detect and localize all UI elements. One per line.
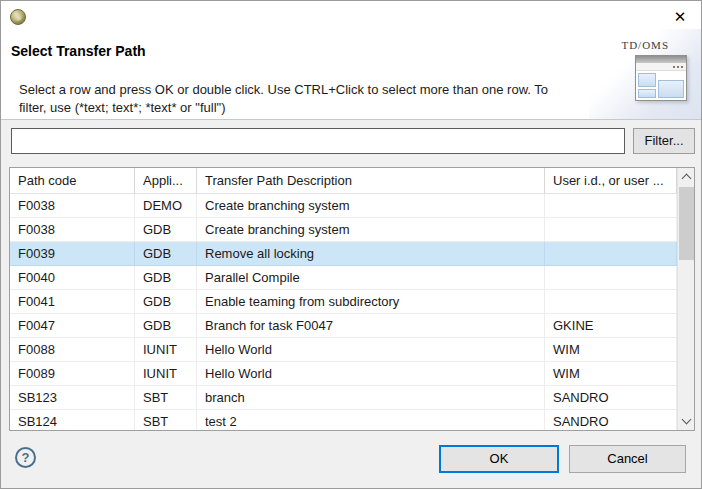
cell-user: WIM xyxy=(545,362,677,386)
column-header-path-code[interactable]: Path code xyxy=(10,168,135,194)
cell-description: branch xyxy=(197,386,545,410)
cell-user xyxy=(545,218,677,242)
cell-path-code: F0047 xyxy=(10,314,135,338)
column-header-application[interactable]: Appli... xyxy=(135,168,197,194)
cell-path-code: F0038 xyxy=(10,218,135,242)
cell-description: Hello World xyxy=(197,362,545,386)
cell-description: Create branching system xyxy=(197,194,545,218)
cell-user: SANDRO xyxy=(545,386,677,410)
help-button[interactable]: ? xyxy=(15,447,36,468)
tdoms-logo: TD/OMS xyxy=(589,29,701,119)
transfer-path-table: Path code Appli... Transfer Path Descrip… xyxy=(9,167,695,431)
cancel-button[interactable]: Cancel xyxy=(569,445,686,473)
cell-path-code: F0040 xyxy=(10,266,135,290)
cell-description: Parallel Compile xyxy=(197,266,545,290)
cell-application: GDB xyxy=(135,314,197,338)
cell-user xyxy=(545,194,677,218)
table-row[interactable]: F0041 GDB Enable teaming from subdirecto… xyxy=(10,290,694,314)
table-body: F0038 DEMO Create branching system F0038… xyxy=(10,194,694,431)
tdoms-window-illustration-icon xyxy=(635,55,687,101)
cell-application: SBT xyxy=(135,410,197,431)
dialog-description: Select a row and press OK or double clic… xyxy=(19,81,609,117)
cell-description: Remove all locking xyxy=(197,242,545,266)
page-title: Select Transfer Path xyxy=(11,43,146,59)
cell-user: SANDRO xyxy=(545,410,677,431)
tdoms-logo-text: TD/OMS xyxy=(621,39,669,51)
table-row[interactable]: F0038 DEMO Create branching system xyxy=(10,194,694,218)
cell-description: Enable teaming from subdirectory xyxy=(197,290,545,314)
table-row[interactable]: SB123 SBT branch SANDRO xyxy=(10,386,694,410)
cell-user: GKINE xyxy=(545,314,677,338)
cell-path-code: F0088 xyxy=(10,338,135,362)
cell-description: test 2 xyxy=(197,410,545,431)
filter-input[interactable] xyxy=(11,128,625,154)
table-row[interactable]: F0038 GDB Create branching system xyxy=(10,218,694,242)
table-row[interactable]: SB124 SBT test 2 SANDRO xyxy=(10,410,694,431)
cell-description: Hello World xyxy=(197,338,545,362)
chevron-up-icon xyxy=(682,174,692,184)
cell-application: IUNIT xyxy=(135,338,197,362)
select-transfer-path-dialog: ✕ Select Transfer Path Select a row and … xyxy=(0,0,702,489)
table-row[interactable]: F0089 IUNIT Hello World WIM xyxy=(10,362,694,386)
cell-description: Create branching system xyxy=(197,218,545,242)
vertical-scrollbar[interactable] xyxy=(677,168,694,430)
scroll-down-button[interactable] xyxy=(678,413,695,430)
filter-button[interactable]: Filter... xyxy=(633,128,695,154)
cell-path-code: SB124 xyxy=(10,410,135,431)
cell-application: SBT xyxy=(135,386,197,410)
column-header-user[interactable]: User i.d., or user ... xyxy=(545,168,677,194)
cell-path-code: F0041 xyxy=(10,290,135,314)
scroll-up-button[interactable] xyxy=(678,168,695,185)
cell-path-code: F0039 xyxy=(10,242,135,266)
cell-description: Branch for task F0047 xyxy=(197,314,545,338)
description-line-1: Select a row and press OK or double clic… xyxy=(19,81,609,99)
close-button[interactable]: ✕ xyxy=(663,5,697,29)
column-header-description[interactable]: Transfer Path Description xyxy=(197,168,545,194)
cell-path-code: F0038 xyxy=(10,194,135,218)
chevron-down-icon xyxy=(682,415,692,425)
cell-user xyxy=(545,242,677,266)
cell-application: GDB xyxy=(135,218,197,242)
cell-application: GDB xyxy=(135,242,197,266)
description-line-2: filter, use (*text; text*; *text* or "fu… xyxy=(19,99,609,117)
table-header-row: Path code Appli... Transfer Path Descrip… xyxy=(10,168,694,194)
cell-path-code: F0089 xyxy=(10,362,135,386)
cell-user xyxy=(545,290,677,314)
table-row[interactable]: F0040 GDB Parallel Compile xyxy=(10,266,694,290)
tdoms-app-icon xyxy=(10,9,26,25)
cell-path-code: SB123 xyxy=(10,386,135,410)
cell-application: IUNIT xyxy=(135,362,197,386)
cell-application: DEMO xyxy=(135,194,197,218)
table-row[interactable]: F0047 GDB Branch for task F0047 GKINE xyxy=(10,314,694,338)
help-icon: ? xyxy=(22,450,30,465)
scrollbar-thumb[interactable] xyxy=(679,187,694,260)
cell-application: GDB xyxy=(135,266,197,290)
ok-button[interactable]: OK xyxy=(439,445,559,473)
close-icon: ✕ xyxy=(674,8,687,26)
dialog-banner: Select Transfer Path Select a row and pr… xyxy=(1,33,701,120)
cell-user: WIM xyxy=(545,338,677,362)
table-row[interactable]: F0088 IUNIT Hello World WIM xyxy=(10,338,694,362)
cell-application: GDB xyxy=(135,290,197,314)
cell-user xyxy=(545,266,677,290)
table-row[interactable]: F0039 GDB Remove all locking xyxy=(10,242,694,266)
